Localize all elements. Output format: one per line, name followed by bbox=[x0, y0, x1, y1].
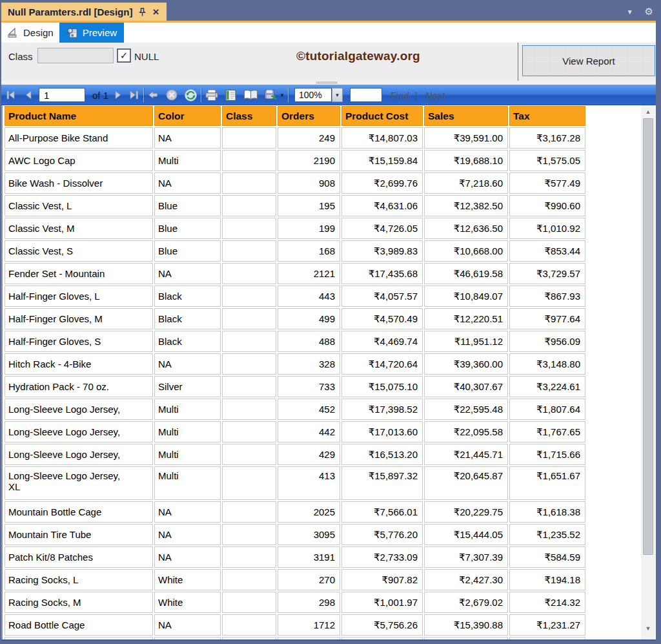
cell: ₹1,807.64 bbox=[509, 399, 585, 420]
pin-icon[interactable] bbox=[138, 8, 147, 17]
cell: ₹214.32 bbox=[509, 592, 585, 613]
cell: ₹7,566.01 bbox=[341, 501, 423, 523]
view-report-button[interactable]: View Report bbox=[522, 45, 655, 76]
zoom-dropdown-caret[interactable]: ▼ bbox=[332, 88, 343, 102]
cell: ₹2,679.02 bbox=[424, 592, 508, 613]
cell: NA bbox=[154, 501, 221, 523]
splitter-handle[interactable] bbox=[316, 81, 338, 84]
page-setup-button[interactable] bbox=[243, 87, 258, 103]
document-tab[interactable]: Null Paramters.rdl [Design] × bbox=[1, 3, 167, 21]
cell: ₹15,075.10 bbox=[341, 376, 423, 397]
cell bbox=[222, 263, 276, 284]
cell: ₹1,010.92 bbox=[509, 218, 585, 239]
col-header-class: Class bbox=[222, 106, 276, 126]
cell: ₹22,595.48 bbox=[424, 399, 508, 420]
cell: ₹3,148.80 bbox=[509, 353, 585, 375]
cell: 2121 bbox=[278, 263, 340, 284]
cell: Racing Socks, M bbox=[5, 592, 153, 613]
view-report-label: View Report bbox=[562, 56, 615, 67]
col-header-product-cost: Product Cost bbox=[341, 106, 423, 126]
toolbar-separator bbox=[143, 88, 144, 102]
back-button[interactable] bbox=[147, 87, 159, 103]
scroll-down-button[interactable]: ▼ bbox=[641, 623, 655, 634]
print-button[interactable] bbox=[205, 87, 219, 103]
cell bbox=[222, 172, 276, 194]
cell: Multi bbox=[154, 444, 221, 465]
chevron-down-icon[interactable]: ▼ bbox=[627, 8, 633, 16]
find-input[interactable] bbox=[350, 88, 382, 102]
cell: ₹15,897.32 bbox=[341, 466, 423, 500]
cell: Fender Set - Mountain bbox=[5, 263, 153, 284]
null-checkbox-label: NULL bbox=[134, 51, 159, 62]
last-page-button[interactable] bbox=[128, 87, 140, 103]
vertical-scrollbar[interactable]: ▲ ▼ bbox=[641, 105, 655, 639]
cell bbox=[222, 195, 276, 216]
print-layout-button[interactable] bbox=[225, 87, 237, 103]
export-button[interactable] bbox=[264, 87, 278, 103]
cell: ₹10,668.00 bbox=[424, 240, 508, 262]
cell: ₹17,435.68 bbox=[341, 263, 423, 284]
gear-icon[interactable]: ⚙ bbox=[645, 6, 653, 17]
first-page-button[interactable] bbox=[5, 87, 17, 103]
cell: ₹867.93 bbox=[509, 286, 585, 307]
cell bbox=[222, 218, 276, 239]
scrollbar-thumb[interactable] bbox=[643, 118, 653, 555]
cell: ₹10,849.07 bbox=[424, 286, 508, 307]
cell: ₹3,167.28 bbox=[509, 127, 585, 149]
find-button[interactable]: Find bbox=[391, 90, 409, 101]
cell: White bbox=[154, 592, 221, 613]
cell: Blue bbox=[154, 218, 221, 239]
table-row: Fender Set - MountainNA2121₹17,435.68₹46… bbox=[5, 263, 585, 284]
cell: ₹194.18 bbox=[509, 569, 585, 590]
cell: ₹14,720.64 bbox=[341, 353, 423, 375]
table-row: Mountain Bottle CageNA2025₹7,566.01₹20,2… bbox=[5, 501, 585, 523]
cell: ₹4,726.05 bbox=[341, 218, 423, 239]
report-viewer-toolbar: of 1 ▼ 100% bbox=[1, 85, 656, 105]
previous-page-button[interactable] bbox=[24, 87, 33, 103]
cell: ₹14,807.03 bbox=[341, 127, 423, 149]
refresh-button[interactable] bbox=[184, 87, 198, 103]
table-row: Long-Sleeve Logo Jersey,Multi442₹17,013.… bbox=[5, 421, 585, 442]
cell: ₹907.82 bbox=[341, 569, 423, 590]
app-window: Null Paramters.rdl [Design] × ▼ ⚙ Design… bbox=[0, 0, 661, 644]
export-dropdown-caret[interactable]: ▼ bbox=[280, 87, 285, 103]
cell bbox=[222, 501, 276, 523]
cell: 1712 bbox=[278, 614, 340, 636]
cell: ₹5,756.26 bbox=[341, 614, 423, 636]
cell: 298 bbox=[278, 592, 340, 613]
cell: ₹1,767.65 bbox=[509, 421, 585, 442]
table-row: All-Purpose Bike StandNA249₹14,807.03₹39… bbox=[5, 127, 585, 149]
class-parameter-label: Class bbox=[8, 51, 33, 62]
page-number-input[interactable] bbox=[39, 88, 85, 102]
cell: 908 bbox=[278, 172, 340, 194]
cell: NA bbox=[154, 172, 221, 194]
cell: ₹1,575.05 bbox=[509, 150, 585, 171]
table-row: Half-Finger Gloves, SBlack488₹4,469.74₹1… bbox=[5, 331, 585, 352]
cell: ₹17,013.60 bbox=[341, 421, 423, 442]
cell: ₹20,229.75 bbox=[424, 501, 508, 523]
cell: ₹40,307.67 bbox=[424, 376, 508, 397]
table-row: Half-Finger Gloves, MBlack499₹4,570.49₹1… bbox=[5, 308, 585, 329]
cell: 413 bbox=[278, 466, 340, 500]
null-checkbox[interactable]: ✓ bbox=[117, 48, 131, 63]
scroll-up-button[interactable]: ▲ bbox=[641, 106, 655, 118]
cell: ₹12,382.50 bbox=[424, 195, 508, 216]
tab-preview[interactable]: Preview bbox=[59, 23, 124, 43]
tab-design[interactable]: Design bbox=[3, 23, 59, 43]
cell: 2025 bbox=[278, 501, 340, 523]
cell: ₹1,001.97 bbox=[341, 592, 423, 613]
cell bbox=[222, 127, 276, 149]
close-icon[interactable]: × bbox=[152, 6, 159, 17]
table-header-row: Product Name Color Class Orders Product … bbox=[5, 106, 585, 126]
next-page-button[interactable] bbox=[114, 87, 123, 103]
table-row: Road Bottle CageNA1712₹5,756.26₹15,390.8… bbox=[5, 614, 585, 636]
find-next-button[interactable]: Next bbox=[425, 90, 445, 101]
tab-preview-label: Preview bbox=[83, 27, 117, 38]
class-parameter-input[interactable] bbox=[37, 48, 114, 63]
cell: ₹4,631.06 bbox=[341, 195, 423, 216]
cell bbox=[222, 444, 276, 465]
cell: ₹4,469.74 bbox=[341, 331, 423, 352]
brand-watermark: ©tutorialgateway.org bbox=[296, 49, 420, 63]
stop-button[interactable] bbox=[165, 87, 178, 103]
zoom-select[interactable]: 100% bbox=[294, 88, 332, 102]
